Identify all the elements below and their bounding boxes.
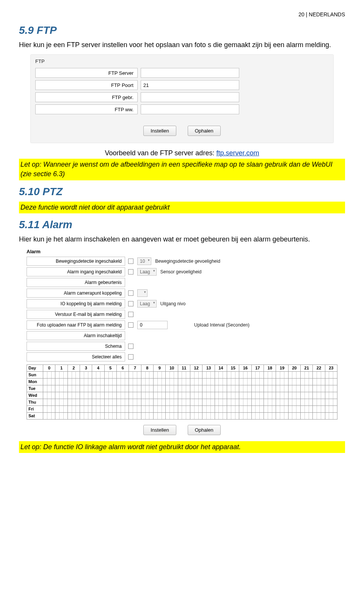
schedule-hour-cell[interactable] bbox=[80, 399, 92, 405]
schedule-hour-cell[interactable] bbox=[239, 371, 251, 378]
schedule-hour-cell[interactable] bbox=[129, 385, 141, 392]
schedule-hour-cell[interactable] bbox=[178, 412, 190, 419]
schedule-hour-cell[interactable] bbox=[178, 371, 190, 378]
schedule-hour-cell[interactable] bbox=[178, 378, 190, 385]
alarm-instellen-button[interactable]: Instellen bbox=[143, 425, 176, 435]
schedule-hour-header[interactable]: 13 bbox=[202, 364, 215, 371]
schedule-hour-cell[interactable] bbox=[129, 405, 141, 412]
schedule-hour-cell[interactable] bbox=[154, 371, 166, 378]
schedule-hour-cell[interactable] bbox=[104, 412, 116, 419]
ftp-ww-input[interactable] bbox=[141, 104, 239, 114]
schedule-hour-cell[interactable] bbox=[67, 385, 80, 392]
schedule-hour-cell[interactable] bbox=[92, 371, 104, 378]
schedule-hour-cell[interactable] bbox=[239, 412, 251, 419]
schedule-hour-cell[interactable] bbox=[104, 385, 116, 392]
schedule-hour-cell[interactable] bbox=[300, 405, 312, 412]
schedule-hour-cell[interactable] bbox=[227, 371, 239, 378]
schedule-hour-cell[interactable] bbox=[166, 399, 178, 405]
schedule-hour-cell[interactable] bbox=[264, 399, 276, 405]
schedule-hour-cell[interactable] bbox=[202, 392, 215, 399]
schedule-hour-cell[interactable] bbox=[154, 385, 166, 392]
schedule-hour-cell[interactable] bbox=[215, 378, 227, 385]
schedule-hour-header[interactable]: 0 bbox=[43, 364, 55, 371]
schedule-hour-cell[interactable] bbox=[154, 412, 166, 419]
schedule-hour-header[interactable]: 20 bbox=[288, 364, 300, 371]
schedule-hour-cell[interactable] bbox=[288, 412, 300, 419]
schedule-hour-cell[interactable] bbox=[264, 385, 276, 392]
schedule-hour-cell[interactable] bbox=[202, 385, 215, 392]
schedule-hour-cell[interactable] bbox=[313, 405, 325, 412]
schedule-hour-cell[interactable] bbox=[55, 412, 67, 419]
schedule-hour-cell[interactable] bbox=[43, 371, 55, 378]
schedule-day-cell[interactable]: Thu bbox=[27, 399, 43, 405]
schedule-hour-cell[interactable] bbox=[202, 405, 215, 412]
schedule-hour-cell[interactable] bbox=[276, 412, 288, 419]
schedule-hour-header[interactable]: 23 bbox=[325, 364, 337, 371]
schedule-hour-header[interactable]: 15 bbox=[227, 364, 239, 371]
schedule-day-cell[interactable]: Sat bbox=[27, 412, 43, 419]
schedule-hour-cell[interactable] bbox=[300, 392, 312, 399]
schedule-hour-cell[interactable] bbox=[43, 412, 55, 419]
schedule-hour-header[interactable]: 7 bbox=[129, 364, 141, 371]
schedule-hour-cell[interactable] bbox=[325, 399, 337, 405]
ftp-instellen-button[interactable]: Instellen bbox=[143, 126, 176, 136]
schedule-hour-cell[interactable] bbox=[227, 385, 239, 392]
schedule-hour-cell[interactable] bbox=[227, 405, 239, 412]
schedule-hour-cell[interactable] bbox=[43, 392, 55, 399]
schedule-hour-cell[interactable] bbox=[141, 371, 153, 378]
schedule-hour-cell[interactable] bbox=[178, 385, 190, 392]
schedule-hour-cell[interactable] bbox=[129, 412, 141, 419]
schedule-hour-cell[interactable] bbox=[80, 405, 92, 412]
schedule-hour-header[interactable]: 19 bbox=[276, 364, 288, 371]
schedule-hour-cell[interactable] bbox=[117, 412, 129, 419]
schedule-hour-cell[interactable] bbox=[67, 399, 80, 405]
schedule-hour-cell[interactable] bbox=[276, 399, 288, 405]
schedule-hour-cell[interactable] bbox=[300, 412, 312, 419]
schedule-hour-cell[interactable] bbox=[288, 392, 300, 399]
schedule-hour-cell[interactable] bbox=[166, 412, 178, 419]
schedule-hour-cell[interactable] bbox=[251, 385, 264, 392]
schedule-hour-cell[interactable] bbox=[80, 392, 92, 399]
schedule-hour-cell[interactable] bbox=[141, 385, 153, 392]
schedule-hour-cell[interactable] bbox=[43, 378, 55, 385]
schedule-hour-cell[interactable] bbox=[276, 392, 288, 399]
alarm-ftpupload-checkbox[interactable] bbox=[128, 322, 133, 328]
schedule-hour-cell[interactable] bbox=[251, 392, 264, 399]
schedule-hour-cell[interactable] bbox=[239, 405, 251, 412]
schedule-hour-header[interactable]: 6 bbox=[117, 364, 129, 371]
schedule-hour-cell[interactable] bbox=[166, 385, 178, 392]
schedule-hour-cell[interactable] bbox=[325, 412, 337, 419]
schedule-hour-cell[interactable] bbox=[117, 392, 129, 399]
schedule-hour-cell[interactable] bbox=[104, 399, 116, 405]
schedule-hour-cell[interactable] bbox=[104, 371, 116, 378]
schedule-hour-cell[interactable] bbox=[178, 399, 190, 405]
schedule-hour-cell[interactable] bbox=[276, 405, 288, 412]
schedule-hour-header[interactable]: 11 bbox=[178, 364, 190, 371]
schedule-hour-cell[interactable] bbox=[239, 378, 251, 385]
schedule-hour-cell[interactable] bbox=[166, 378, 178, 385]
schedule-hour-cell[interactable] bbox=[67, 405, 80, 412]
alarm-ftpupload-interval[interactable]: 0 bbox=[137, 321, 168, 329]
ftp-server-input[interactable] bbox=[141, 68, 239, 78]
schedule-hour-cell[interactable] bbox=[215, 385, 227, 392]
schedule-hour-cell[interactable] bbox=[104, 392, 116, 399]
schedule-hour-cell[interactable] bbox=[80, 385, 92, 392]
schedule-hour-cell[interactable] bbox=[92, 378, 104, 385]
schedule-hour-cell[interactable] bbox=[227, 378, 239, 385]
schedule-hour-cell[interactable] bbox=[117, 378, 129, 385]
schedule-hour-header[interactable]: 12 bbox=[190, 364, 202, 371]
schedule-hour-cell[interactable] bbox=[202, 378, 215, 385]
schedule-hour-cell[interactable] bbox=[300, 371, 312, 378]
schedule-hour-cell[interactable] bbox=[104, 378, 116, 385]
schedule-day-cell[interactable]: Sun bbox=[27, 371, 43, 378]
schedule-hour-cell[interactable] bbox=[202, 399, 215, 405]
schedule-hour-header[interactable]: 5 bbox=[104, 364, 116, 371]
schedule-hour-header[interactable]: 21 bbox=[300, 364, 312, 371]
schedule-hour-header[interactable]: 18 bbox=[264, 364, 276, 371]
schedule-hour-cell[interactable] bbox=[227, 392, 239, 399]
schedule-hour-cell[interactable] bbox=[166, 371, 178, 378]
schedule-hour-cell[interactable] bbox=[251, 399, 264, 405]
schedule-hour-cell[interactable] bbox=[92, 405, 104, 412]
schedule-hour-cell[interactable] bbox=[55, 399, 67, 405]
schedule-hour-cell[interactable] bbox=[67, 371, 80, 378]
